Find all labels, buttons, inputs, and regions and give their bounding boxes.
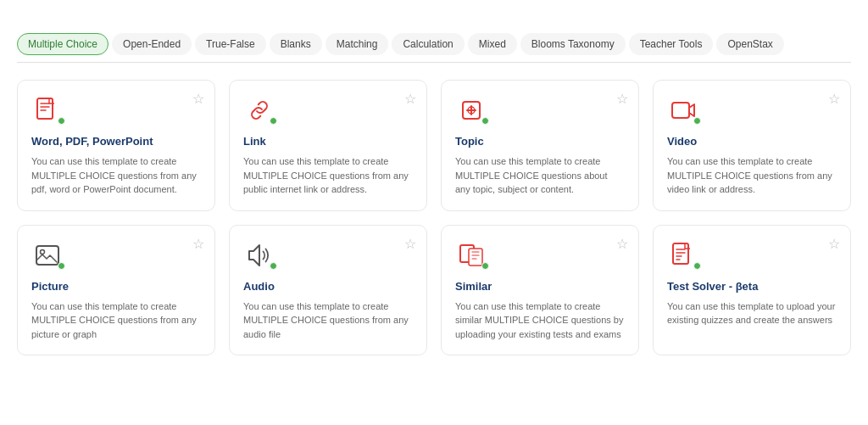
card-title-test-solver: Test Solver - βeta [667,280,837,293]
card-title-similar: Similar [455,280,625,293]
card-icon-wrapper-test-solver [667,239,699,271]
card-test-solver[interactable]: ☆ Test Solver - βeta You can use this te… [653,225,851,356]
tab-mixed[interactable]: Mixed [468,33,517,55]
star-icon-link[interactable]: ☆ [404,91,416,107]
tab-blanks[interactable]: Blanks [270,33,322,55]
card-icon-wrapper-link [243,94,275,126]
active-dot-audio [270,262,277,270]
card-desc-topic: You can use this template to create MULT… [455,154,625,197]
cards-grid: ☆ Word, PDF, PowerPoint You can use this… [17,80,851,355]
card-audio[interactable]: ☆ Audio You can use this template to cre… [229,225,427,356]
card-picture[interactable]: ☆ Picture You can use this template to c… [17,225,215,356]
star-icon-audio[interactable]: ☆ [404,236,416,252]
active-dot-picture [58,262,65,270]
tab-blooms-taxonomy[interactable]: Blooms Taxonomy [520,33,626,55]
active-dot-word-pdf [58,117,65,125]
star-icon-video[interactable]: ☆ [828,91,840,107]
svg-rect-8 [673,243,688,264]
star-icon-topic[interactable]: ☆ [616,91,628,107]
card-desc-video: You can use this template to create MULT… [667,154,837,197]
tab-matching[interactable]: Matching [326,33,389,55]
active-dot-similar [481,262,489,270]
tab-openstax[interactable]: OpenStax [716,33,783,55]
card-desc-link: You can use this template to create MULT… [243,154,413,197]
active-dot-link [270,117,277,125]
card-word-pdf[interactable]: ☆ Word, PDF, PowerPoint You can use this… [17,80,215,211]
card-title-picture: Picture [31,280,201,293]
svg-rect-4 [36,246,58,265]
card-icon-wrapper-word-pdf [31,94,64,126]
star-icon-picture[interactable]: ☆ [192,236,204,252]
active-dot-test-solver [693,262,701,270]
svg-rect-0 [37,98,53,119]
tab-true-false[interactable]: True-False [195,33,266,55]
star-icon-similar[interactable]: ☆ [616,236,628,252]
active-dot-video [693,117,701,125]
card-title-topic: Topic [455,135,625,148]
card-desc-similar: You can use this template to create simi… [455,299,625,342]
svg-rect-7 [469,249,482,266]
card-title-video: Video [667,135,837,148]
tab-multiple-choice[interactable]: Multiple Choice [17,33,108,55]
card-topic[interactable]: ☆ Topic You can use this template to cre… [441,80,639,211]
card-icon-wrapper-picture [31,239,64,271]
tab-teacher-tools[interactable]: Teacher Tools [629,33,714,55]
svg-rect-3 [672,103,689,118]
card-similar[interactable]: ☆ Similar You can use this template to c… [441,225,639,356]
card-desc-picture: You can use this template to create MULT… [31,299,201,342]
tabs-bar: Multiple ChoiceOpen-EndedTrue-FalseBlank… [17,33,851,63]
star-icon-test-solver[interactable]: ☆ [828,236,840,252]
active-dot-topic [481,117,489,125]
card-title-word-pdf: Word, PDF, PowerPoint [31,135,201,148]
tab-calculation[interactable]: Calculation [392,33,464,55]
card-icon-wrapper-topic [455,94,487,126]
card-title-audio: Audio [243,280,413,293]
card-video[interactable]: ☆ Video You can use this template to cre… [653,80,851,211]
card-link[interactable]: ☆ Link You can use this template to crea… [229,80,427,211]
card-icon-wrapper-similar [455,239,487,271]
tab-open-ended[interactable]: Open-Ended [112,33,192,55]
card-icon-wrapper-audio [243,239,275,271]
card-icon-wrapper-video [667,94,699,126]
svg-point-5 [41,249,45,254]
card-title-link: Link [243,135,413,148]
card-desc-audio: You can use this template to create MULT… [243,299,413,342]
star-icon-word-pdf[interactable]: ☆ [192,91,204,107]
page-wrapper: Multiple ChoiceOpen-EndedTrue-FalseBlank… [0,0,868,372]
card-desc-word-pdf: You can use this template to create MULT… [31,154,201,197]
card-desc-test-solver: You can use this template to upload your… [667,299,837,327]
